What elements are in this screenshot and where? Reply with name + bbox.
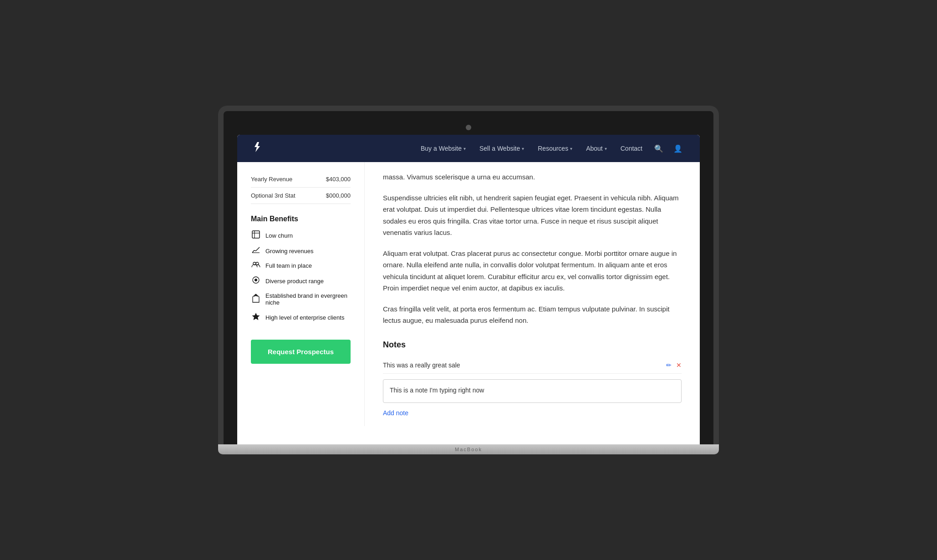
navbar: Buy a Website ▾ Sell a Website ▾ Resourc… [237,135,700,162]
svg-rect-0 [252,231,260,238]
benefit-full-team-text: Full team in place [265,262,312,269]
established-brand-icon [251,294,261,305]
benefits-title: Main Benefits [251,215,351,223]
nav-resources[interactable]: Resources ▾ [532,141,578,156]
benefit-enterprise-clients-text: High level of enterprise clients [265,314,344,321]
add-note-link[interactable]: Add note [383,409,408,417]
nav-buy-website[interactable]: Buy a Website ▾ [415,141,471,156]
content-area: massa. Vivamus scelerisque a urna eu acc… [365,162,700,426]
enterprise-clients-icon [251,312,261,322]
benefit-low-churn: Low churn [251,230,351,240]
body-paragraph-2: Aliquam erat volutpat. Cras placerat pur… [383,248,682,294]
sidebar: Yearly Revenue $403,000 Optional 3rd Sta… [237,162,365,426]
benefit-enterprise-clients: High level of enterprise clients [251,312,351,322]
diverse-product-icon [251,276,261,286]
notes-title: Notes [383,340,682,350]
request-prospectus-button[interactable]: Request Prospectus [251,340,351,364]
chevron-down-icon: ▾ [570,146,572,151]
benefit-established-brand: Established brand in evergreen niche [251,292,351,306]
benefit-growing-revenues: Growing revenues [251,247,351,255]
body-paragraph-1: Suspendisse ultricies elit nibh, ut hend… [383,192,682,239]
macbook-label: MacBook [455,447,482,452]
svg-marker-8 [252,313,260,320]
svg-point-7 [255,279,257,281]
body-paragraph-0: massa. Vivamus scelerisque a urna eu acc… [383,171,682,183]
search-icon[interactable]: 🔍 [651,141,667,157]
chevron-down-icon: ▾ [605,146,607,151]
stat-optional-3rd: Optional 3rd Stat $000,000 [251,188,351,204]
low-churn-icon [251,230,261,240]
benefit-diverse-product-text: Diverse product range [265,278,324,285]
user-icon[interactable]: 👤 [670,141,686,157]
nav-contact[interactable]: Contact [615,141,648,156]
growing-revenues-icon [251,247,261,255]
navbar-nav: Buy a Website ▾ Sell a Website ▾ Resourc… [415,141,686,157]
nav-about[interactable]: About ▾ [581,141,612,156]
full-team-icon [251,261,261,270]
chevron-down-icon: ▾ [522,146,524,151]
note-actions: ✏ ✕ [666,361,682,369]
benefit-diverse-product: Diverse product range [251,276,351,286]
note-textarea[interactable] [383,379,682,403]
note-delete-icon[interactable]: ✕ [676,361,682,369]
nav-sell-website[interactable]: Sell a Website ▾ [474,141,530,156]
benefit-full-team: Full team in place [251,261,351,270]
benefit-growing-revenues-text: Growing revenues [265,248,314,255]
main-content: Yearly Revenue $403,000 Optional 3rd Sta… [237,162,700,426]
stat-yearly-revenue-label: Yearly Revenue [251,176,292,183]
existing-note-item: This was a really great sale ✏ ✕ [383,357,682,374]
benefit-established-brand-text: Established brand in evergreen niche [265,292,351,306]
stat-optional-label: Optional 3rd Stat [251,192,295,199]
existing-note-text: This was a really great sale [383,361,460,369]
stat-yearly-revenue-value: $403,000 [326,176,351,183]
notes-section: Notes This was a really great sale ✏ ✕ A… [383,340,682,417]
stat-yearly-revenue: Yearly Revenue $403,000 [251,171,351,188]
stat-optional-value: $000,000 [326,192,351,199]
navbar-logo[interactable] [251,141,264,156]
benefit-low-churn-text: Low churn [265,232,293,239]
note-edit-icon[interactable]: ✏ [666,361,672,369]
chevron-down-icon: ▾ [463,146,466,151]
body-paragraph-3: Cras fringilla velit velit, at porta ero… [383,303,682,326]
